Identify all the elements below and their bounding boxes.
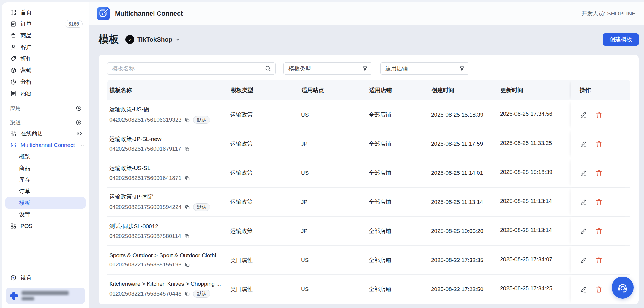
redacted-text-line <box>22 297 34 300</box>
delete-button[interactable] <box>595 169 603 177</box>
cube-icon <box>10 67 17 74</box>
sidebar-item-customers[interactable]: 客户 <box>2 41 89 53</box>
sidebar-item-home[interactable]: 首页 <box>2 7 89 18</box>
create-template-button[interactable]: 创建模板 <box>603 33 639 46</box>
delete-button[interactable] <box>595 227 603 235</box>
sidebar-subitem-products[interactable]: 商品 <box>2 162 89 174</box>
copy-icon[interactable] <box>184 117 190 123</box>
copy-icon[interactable] <box>184 204 190 210</box>
sidebar-item-discounts[interactable]: 折扣 <box>2 53 89 64</box>
sidebar-bottom: 设置 <box>2 272 89 305</box>
sidebar-subitem-overview[interactable]: 概览 <box>2 151 89 162</box>
copy-icon[interactable] <box>184 234 190 239</box>
column-header: 更新时间 <box>500 86 571 94</box>
sidebar-item-products[interactable]: 商品 <box>2 30 89 41</box>
template-name[interactable]: 测试-同步SL-00012 <box>109 223 230 230</box>
sidebar-item-analytics[interactable]: 分析 <box>2 76 89 88</box>
copy-icon[interactable] <box>184 262 190 268</box>
tiktok-icon: ♪ <box>125 35 134 44</box>
default-badge: 默认 <box>193 116 210 124</box>
search-icon[interactable] <box>260 63 275 74</box>
template-name[interactable]: Sports & Outdoor > Sport & Outdoor Cloth… <box>109 252 230 259</box>
funnel-icon <box>362 66 368 72</box>
sidebar-item-label: 内容 <box>20 90 32 97</box>
templates-table: 模板名称 模板类型 适用站点 适用店铺 创建时间 更新时间 操作 运输政策-US… <box>107 80 630 304</box>
table-row: 运输政策-JP-SL-new 04202508251756091879117 运… <box>107 129 630 158</box>
delete-button[interactable] <box>595 111 603 119</box>
channel-selector[interactable]: ♪ TikTokShop <box>125 35 180 44</box>
sidebar-item-pos[interactable]: POS <box>2 220 89 232</box>
sidebar-item-content[interactable]: 内容 <box>2 88 89 99</box>
delete-button[interactable] <box>595 140 603 148</box>
sidebar-item-label: POS <box>20 223 32 229</box>
edit-button[interactable] <box>580 285 587 293</box>
edit-button[interactable] <box>580 111 587 119</box>
store-switcher-card[interactable] <box>6 288 85 304</box>
store-grid-icon <box>10 223 17 229</box>
sidebar-item-label: 模板 <box>19 199 30 207</box>
edit-button[interactable] <box>580 169 587 177</box>
sidebar-subitem-inventory[interactable]: 库存 <box>2 174 89 185</box>
filter-label: 模板类型 <box>288 65 311 72</box>
sidebar-item-label: 首页 <box>20 9 32 16</box>
sidebar-item-online-store[interactable]: 在线商店 <box>2 128 89 139</box>
edit-button[interactable] <box>580 198 587 206</box>
multichannel-connect-logo <box>97 7 110 20</box>
created-time: 2025-08-25 10:06:20 <box>431 228 500 234</box>
sidebar-item-marketing[interactable]: 营销 <box>2 64 89 76</box>
add-app-icon[interactable] <box>75 105 82 112</box>
add-channel-icon[interactable] <box>75 119 82 126</box>
template-site: JP <box>301 141 369 147</box>
template-name[interactable]: 运输政策-JP-SL-new <box>109 135 230 143</box>
sidebar-subitem-templates-selected[interactable]: 模板 <box>5 197 86 209</box>
edit-button[interactable] <box>580 140 587 148</box>
sidebar-subitem-settings[interactable]: 设置 <box>2 209 89 220</box>
updated-time: 2025-08-25 17:34:07 <box>500 256 571 264</box>
delete-button[interactable] <box>595 285 603 293</box>
store-grid-icon <box>10 130 17 137</box>
template-type-filter[interactable]: 模板类型 <box>283 62 372 75</box>
filter-label: 适用店铺 <box>385 65 408 72</box>
default-badge: 默认 <box>193 203 210 211</box>
created-time: 2025-08-25 11:17:59 <box>431 141 500 147</box>
sidebar-item-label: 设置 <box>19 211 30 218</box>
eye-icon[interactable] <box>76 130 83 137</box>
template-type: 运输政策 <box>230 111 301 119</box>
template-id: 01202508221755855155193 <box>109 261 181 268</box>
column-header: 创建时间 <box>431 86 500 94</box>
sidebar-item-multichannel-connect[interactable]: Multichannel Connect <box>2 139 89 151</box>
template-name[interactable]: 运输政策-US-磅 <box>109 106 230 113</box>
redacted-text-line <box>22 291 69 295</box>
sidebar-item-settings[interactable]: 设置 <box>2 272 89 283</box>
template-site: US <box>301 170 369 176</box>
template-type: 运输政策 <box>230 198 301 206</box>
edit-button[interactable] <box>580 256 587 264</box>
template-store: 全部店铺 <box>369 169 431 177</box>
edit-button[interactable] <box>580 227 587 235</box>
applicable-store-filter[interactable]: 适用店铺 <box>380 62 469 75</box>
updated-time: 2025-08-25 11:13:14 <box>500 198 571 206</box>
search-input[interactable] <box>107 65 260 72</box>
more-dots-icon[interactable] <box>79 142 85 148</box>
delete-button[interactable] <box>595 198 603 206</box>
support-chat-button[interactable] <box>612 277 634 299</box>
page-title: 模板 <box>99 33 119 46</box>
updated-time: 2025-08-25 11:33:25 <box>500 140 571 148</box>
template-store: 全部店铺 <box>369 227 431 235</box>
template-type: 运输政策 <box>230 169 301 177</box>
sidebar-subitem-orders[interactable]: 订单 <box>2 185 89 197</box>
bag-icon <box>10 32 17 39</box>
delete-button[interactable] <box>595 256 603 264</box>
sidebar-item-label: 库存 <box>19 176 30 184</box>
copy-icon[interactable] <box>184 146 190 152</box>
updated-time: 2025-08-25 11:13:14 <box>500 227 571 235</box>
template-name[interactable]: Kitchenware > Kitchen Knives > Chopping … <box>109 281 230 287</box>
template-name[interactable]: 运输政策-US-SL <box>109 164 230 172</box>
template-type: 运输政策 <box>230 140 301 148</box>
copy-icon[interactable] <box>184 175 190 181</box>
template-name[interactable]: 运输政策-JP-固定 <box>109 193 230 201</box>
sidebar-item-label: 商品 <box>19 164 30 172</box>
table-header: 模板名称 模板类型 适用站点 适用店铺 创建时间 更新时间 操作 <box>107 80 630 100</box>
sidebar-item-orders[interactable]: 订单 8166 <box>2 18 89 30</box>
copy-icon[interactable] <box>184 291 190 297</box>
